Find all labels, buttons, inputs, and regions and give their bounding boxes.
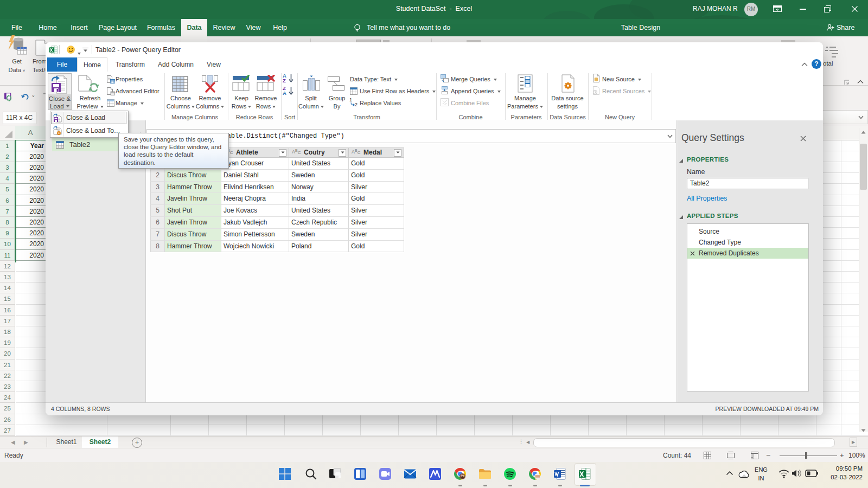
svg-text:2: 2 [355,102,358,107]
svg-text:1: 1 [349,97,352,102]
